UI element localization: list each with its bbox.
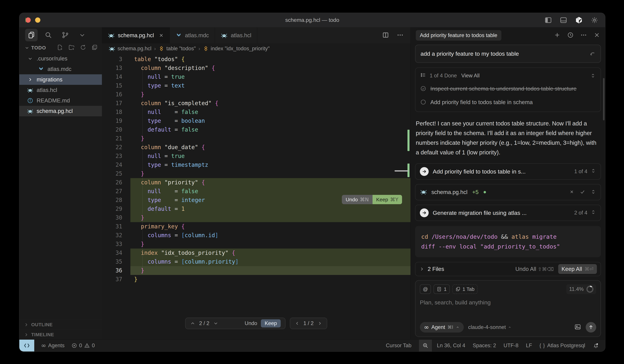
code-line[interactable]: 19 type = boolean [102,116,411,125]
composer-input[interactable]: Plan, search, build anything [420,299,596,306]
agents-status[interactable]: ∞ Agents [41,342,65,349]
chat-scrollbar[interactable] [603,78,604,120]
tree-item-migrations[interactable]: migrations [19,74,102,85]
undo-all-button[interactable]: Undo All ⇧⌘⌫ [515,266,554,272]
new-chat-icon[interactable] [554,32,561,39]
todo-summary-row[interactable]: 1 of 4 Done View All [420,72,596,79]
changed-files-count[interactable]: 2 Files [428,266,444,272]
notifications-bell-icon[interactable] [593,342,599,349]
chevron-right-icon[interactable] [419,266,425,272]
code-line[interactable]: 23 null = true [102,152,411,160]
tab-atlas-hcl[interactable]: atlas.hcl [215,27,257,43]
problems-status[interactable]: 0 0 [71,342,95,349]
encoding-status[interactable]: UTF-8 [504,342,519,349]
undo-button[interactable]: Undo [245,320,257,326]
mention-chip[interactable]: @ [420,284,431,294]
tree-item-schema-pg-hcl[interactable]: schema.pg.hcl [19,106,102,116]
explorer-icon[interactable] [25,29,38,41]
chevron-left-icon[interactable] [294,321,300,326]
tree-item--cursor-rules[interactable]: .cursor/rules [19,53,102,64]
history-icon[interactable] [567,32,574,39]
timeline-section[interactable]: TIMELINE [19,330,102,340]
code-line[interactable]: 31 primary_key { [102,222,411,231]
code-line[interactable]: 35 columns = [column.priority] [102,257,411,266]
diff-keep-button[interactable]: Keep⌘Y [372,195,402,204]
code-line[interactable]: 22 column "due_date" { [102,143,411,152]
todo-item[interactable]: Add priority field to todos table in sch… [420,98,596,107]
close-tab-icon[interactable] [159,33,164,38]
tab-atlas-mdc[interactable]: atlas.mdc [170,27,215,43]
code-line[interactable]: 15 type = text [102,81,411,90]
terminal-command-block[interactable]: cd /Users/noa/dev/todo && atlas migrated… [415,226,601,257]
task-card[interactable]: Add priority field to todos table in s..… [415,163,601,180]
tree-item-atlas-mdc[interactable]: atlas.mdc [19,64,102,74]
user-message[interactable]: add a priority feature to my todos table [415,45,601,63]
source-control-icon[interactable] [59,29,72,41]
chat-thread-tab[interactable]: Add priority feature to todos table [416,30,501,41]
refresh-icon[interactable] [80,44,86,51]
expand-icon[interactable] [590,209,596,216]
reject-file-icon[interactable] [569,189,574,195]
toggle-sidebar-icon[interactable] [545,16,552,24]
close-panel-icon[interactable] [594,32,600,39]
chat-composer[interactable]: @ 1 1 Tab 11.4% [415,280,601,337]
code-line[interactable]: 26 column "priority" { [102,178,411,187]
file-diff-card[interactable]: schema.pg.hcl +5 [415,184,601,200]
mode-selector[interactable]: ∞ Agent ⌘I [420,322,464,333]
outline-section[interactable]: OUTLINE [19,320,102,330]
send-button[interactable] [586,322,596,333]
chevron-right-icon[interactable] [317,321,322,326]
code-line[interactable]: 33 } [102,240,411,249]
explorer-section-header[interactable]: TODO [19,43,102,53]
breadcrumb-item[interactable]: schema.pg.hcl [108,45,152,52]
context-usage[interactable]: 11.4% [566,284,596,294]
expand-icon[interactable] [590,168,596,175]
code-line[interactable]: 37} [102,275,411,284]
code-line[interactable]: 27 null = false [102,187,411,196]
settings-gear-icon[interactable] [591,16,598,24]
code-line[interactable]: 36 } [102,266,411,275]
split-editor-icon[interactable] [382,31,389,39]
breadcrumb-item[interactable]: table "todos" [158,46,196,52]
breadcrumb-item[interactable]: index "idx_todos_priority" [203,46,270,52]
toggle-panel-icon[interactable] [560,16,567,24]
language-mode-status[interactable]: { } Atlas Postgresql [540,342,585,349]
code-line[interactable]: 34 index "idx_todos_priority" { [102,249,411,257]
code-line[interactable]: 20 default = false [102,125,411,134]
expand-icon[interactable] [590,189,596,195]
tree-item-atlas-hcl[interactable]: atlas.hcl [19,85,102,95]
search-icon[interactable] [42,29,54,41]
tab-context-chip[interactable]: 1 Tab [452,284,477,294]
cursor-logo-icon[interactable] [575,16,583,24]
code-line[interactable]: 17 column "is_completed" { [102,99,411,108]
new-file-icon[interactable] [57,44,63,51]
code-line[interactable]: 16 } [102,90,411,99]
collapse-folders-icon[interactable] [91,44,98,51]
code-line[interactable]: 24 type = timestamptz [102,160,411,169]
remote-indicator[interactable] [19,340,34,351]
cursor-position-status[interactable]: Ln 36, Col 4 [437,342,465,349]
new-folder-icon[interactable] [68,44,75,51]
tab-schema-pg-hcl[interactable]: schema.pg.hcl [102,27,170,43]
view-all-link[interactable]: View All [461,73,480,79]
code-line[interactable]: 30 } [102,213,411,222]
screencast-zoom-icon[interactable] [419,340,432,351]
more-actions-icon[interactable] [580,32,587,39]
task-card[interactable]: Generate migration file using atlas ... … [415,205,601,221]
restore-checkpoint-icon[interactable] [589,51,596,58]
indentation-status[interactable]: Spaces: 2 [473,342,496,349]
code-line[interactable]: 3table "todos" { [102,55,411,64]
tree-item-readme-md[interactable]: README.md [19,95,102,106]
attach-image-icon[interactable] [574,323,581,331]
expand-icon[interactable] [590,73,596,79]
chevron-up-icon[interactable] [190,321,195,326]
cursor-tab-status[interactable]: Cursor Tab [386,342,411,349]
chevron-down-icon[interactable] [213,321,219,326]
keep-button[interactable]: Keep [261,319,281,327]
eol-status[interactable]: LF [526,342,532,349]
code-line[interactable]: 13 column "description" { [102,64,411,72]
code-line[interactable]: 18 null = false [102,108,411,116]
code-line[interactable]: 21 } [102,134,411,143]
diff-undo-button[interactable]: Undo⌘N [342,195,372,204]
more-views-chevron-icon[interactable] [76,29,88,41]
